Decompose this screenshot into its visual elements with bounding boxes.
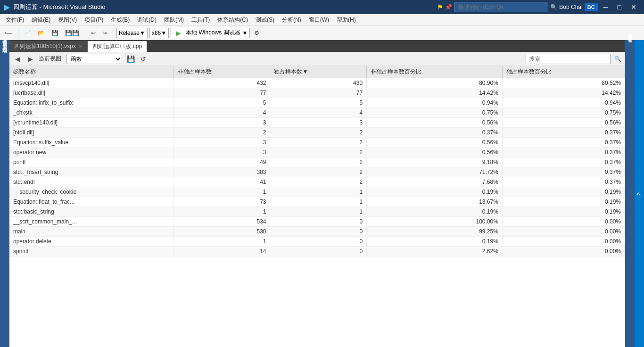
cell-non-exclusive: 3 bbox=[173, 138, 270, 148]
cell-non-exclusive: 432 bbox=[173, 78, 270, 88]
menu-team[interactable]: 团队(M) bbox=[160, 15, 188, 25]
debug-target[interactable]: ▶ 本地 Windows 调试器 ▼ bbox=[171, 28, 250, 38]
minimize-button[interactable]: ─ bbox=[600, 0, 612, 14]
cell-name: Equation::infix_to_suffix bbox=[9, 98, 173, 108]
cell-non-exclusive-pct: 13.67% bbox=[367, 197, 503, 207]
tab-vspx-close[interactable]: ✕ bbox=[79, 44, 83, 49]
table-row[interactable]: __scrt_common_main_... 534 0 100.00% 0.0… bbox=[9, 217, 625, 227]
redo-button[interactable]: ↪ bbox=[100, 28, 109, 38]
col-function-name[interactable]: 函数名称 bbox=[9, 66, 173, 78]
table-row[interactable]: main 530 0 99.25% 0.00% bbox=[9, 227, 625, 237]
close-button[interactable]: ✕ bbox=[627, 0, 640, 14]
menu-test[interactable]: 测试(S) bbox=[252, 15, 278, 25]
cell-non-exclusive-pct: 0.37% bbox=[367, 128, 503, 138]
cell-exclusive: 0 bbox=[270, 227, 367, 237]
table-row[interactable]: __security_check_cookie 1 1 0.19% 0.19% bbox=[9, 187, 625, 197]
save-all-button[interactable]: 💾💾 bbox=[63, 28, 82, 38]
sidebar-perf-explorer[interactable]: 性能浏览 bbox=[0, 55, 9, 59]
platform-dropdown[interactable]: x86 ▼ bbox=[149, 28, 169, 38]
cell-name: std::_Insert_string bbox=[9, 167, 173, 177]
menu-debug[interactable]: 调试(D) bbox=[133, 15, 160, 25]
table-row[interactable]: operator new 3 2 0.56% 0.37% bbox=[9, 148, 625, 157]
cell-exclusive-pct: 0.37% bbox=[502, 177, 625, 187]
tab-cpp[interactable]: 四则运算C++版.cpp bbox=[88, 41, 147, 52]
view-dropdown[interactable]: 函数 调用方/被调用方 调用树 模块 bbox=[66, 54, 122, 64]
col-exclusive[interactable]: 独占样本数▼ bbox=[270, 66, 367, 78]
cell-exclusive-pct: 0.37% bbox=[502, 148, 625, 157]
menu-build[interactable]: 生成(B) bbox=[107, 15, 133, 25]
menu-project[interactable]: 项目(P) bbox=[81, 15, 107, 25]
config-value: Release bbox=[119, 30, 140, 36]
col-non-exclusive-pct[interactable]: 非独占样本数百分比 bbox=[367, 66, 503, 78]
table-row[interactable]: Equation::infix_to_suffix 5 5 0.94% 0.94… bbox=[9, 98, 625, 108]
table-row[interactable]: Equation::suffix_value 3 2 0.56% 0.37% bbox=[9, 138, 625, 148]
cell-exclusive-pct: 0.37% bbox=[502, 138, 625, 148]
col-exclusive-pct[interactable]: 独占样本数百分比 bbox=[502, 66, 625, 78]
run-icon: ▶ bbox=[173, 28, 184, 38]
save-button[interactable]: 💾 bbox=[49, 28, 61, 38]
cell-exclusive: 2 bbox=[270, 128, 367, 138]
quick-launch-input[interactable] bbox=[454, 2, 548, 12]
back-button[interactable]: ◀ bbox=[13, 54, 22, 64]
save-report-button[interactable]: 💾 bbox=[126, 54, 136, 64]
table-row[interactable]: std::_Insert_string 383 2 71.72% 0.37% bbox=[9, 167, 625, 177]
debug-label: 本地 Windows 调试器 bbox=[186, 29, 240, 37]
table-row[interactable]: std::basic_string 1 1 0.19% 0.19% bbox=[9, 207, 625, 217]
menu-window[interactable]: 窗口(W) bbox=[305, 15, 333, 25]
table-row[interactable]: [vcruntime140.dll] 3 3 0.56% 0.56% bbox=[9, 118, 625, 128]
pin-icon: 📌 bbox=[445, 4, 452, 10]
table-row[interactable]: operator delete 1 0 0.19% 0.00% bbox=[9, 237, 625, 247]
menu-analyze[interactable]: 分析(N) bbox=[278, 15, 305, 25]
cell-exclusive-pct: 0.37% bbox=[502, 128, 625, 138]
menu-tools[interactable]: 工具(T) bbox=[188, 15, 214, 25]
view-label: 当前视图: bbox=[39, 55, 63, 63]
title-bar-right: ⚑ 📌 🔍 Bob Chai BC ─ □ ✕ bbox=[437, 0, 640, 14]
menu-file[interactable]: 文件(F) bbox=[2, 15, 28, 25]
open-button[interactable]: 📂 bbox=[35, 28, 47, 38]
far-right-badge[interactable]: Z! bbox=[635, 190, 644, 198]
new-button[interactable]: 📄 bbox=[22, 28, 33, 38]
menu-help[interactable]: 帮助(H) bbox=[333, 15, 360, 25]
config-dropdown[interactable]: Release ▼ bbox=[116, 28, 148, 38]
sidebar-perf-hints[interactable]: 性能提示 bbox=[626, 40, 634, 44]
table-row[interactable]: std::endl 41 2 7.68% 0.37% bbox=[9, 177, 625, 187]
table-row[interactable]: [ucrtbase.dll] 77 77 14.42% 14.42% bbox=[9, 88, 625, 98]
table-row[interactable]: _chkstk 4 4 0.75% 0.75% bbox=[9, 108, 625, 118]
cell-non-exclusive: 41 bbox=[173, 177, 270, 187]
tab-vspx[interactable]: 四则运算180510(1).vspx ✕ bbox=[9, 41, 88, 52]
cell-exclusive-pct: 0.56% bbox=[502, 118, 625, 128]
cell-non-exclusive: 383 bbox=[173, 167, 270, 177]
undo-button[interactable]: ⟵ bbox=[2, 28, 15, 38]
cell-non-exclusive-pct: 0.19% bbox=[367, 207, 503, 217]
cell-exclusive: 2 bbox=[270, 148, 367, 157]
sidebar-class-view[interactable]: 类视图 bbox=[0, 44, 9, 48]
cell-exclusive-pct: 0.19% bbox=[502, 187, 625, 197]
sidebar-property-manager[interactable]: 属性管理器 bbox=[0, 48, 9, 51]
cell-non-exclusive: 1 bbox=[173, 237, 270, 247]
table-row[interactable]: sprintf 14 0 2.62% 0.00% bbox=[9, 247, 625, 256]
sidebar-resource-view[interactable]: 资源视图 bbox=[0, 40, 9, 44]
undo2-button[interactable]: ↩ bbox=[89, 28, 98, 38]
table-row[interactable]: [msvcp140.dll] 432 430 80.90% 80.52% bbox=[9, 78, 625, 88]
cell-name: __security_check_cookie bbox=[9, 187, 173, 197]
cell-name: printf bbox=[9, 157, 173, 167]
table-row[interactable]: Equation::float_to_frac... 73 1 13.67% 0… bbox=[9, 197, 625, 207]
col-non-exclusive[interactable]: 非独占样本数 bbox=[173, 66, 270, 78]
toolbar-extra[interactable]: ⚙ bbox=[252, 28, 262, 38]
table-row[interactable]: printf 49 2 9.18% 0.37% bbox=[9, 157, 625, 167]
sidebar-diag-tools[interactable]: 诊断工具 bbox=[626, 44, 634, 48]
menu-view[interactable]: 视图(V) bbox=[54, 15, 81, 25]
cell-exclusive-pct: 0.19% bbox=[502, 197, 625, 207]
sidebar-call-hierarchy[interactable]: 调用层次 bbox=[0, 51, 9, 55]
cell-exclusive: 2 bbox=[270, 138, 367, 148]
menu-architecture[interactable]: 体系结构(C) bbox=[214, 15, 252, 25]
cell-non-exclusive: 3 bbox=[173, 148, 270, 157]
refresh-button[interactable]: ↺ bbox=[140, 54, 147, 64]
table-row[interactable]: [ntdll.dll] 2 2 0.37% 0.37% bbox=[9, 128, 625, 138]
forward-button[interactable]: ▶ bbox=[26, 54, 35, 64]
menu-edit[interactable]: 编辑(E) bbox=[28, 15, 54, 25]
cell-non-exclusive-pct: 0.19% bbox=[367, 237, 503, 247]
cell-name: [ucrtbase.dll] bbox=[9, 88, 173, 98]
maximize-button[interactable]: □ bbox=[614, 0, 625, 14]
profiler-search-input[interactable] bbox=[526, 54, 611, 64]
